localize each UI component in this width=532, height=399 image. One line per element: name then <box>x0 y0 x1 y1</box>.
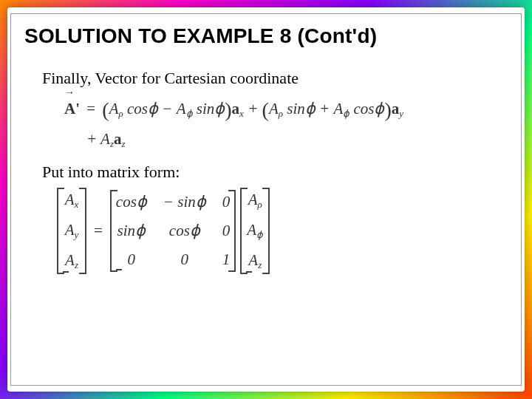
rotation-matrix: cosϕ − sinϕ 0 sinϕ cosϕ 0 0 0 1 <box>110 190 236 272</box>
sub-y: y <box>399 108 403 119</box>
lhs-Ax: A <box>65 191 75 208</box>
phi-2: ϕ <box>214 100 225 117</box>
m-01: − sinϕ <box>163 193 206 211</box>
term-Az: A <box>100 130 110 148</box>
rhs-Arho: A <box>248 191 258 208</box>
plus-2: + <box>319 100 330 117</box>
term-Aphi: A <box>177 100 186 117</box>
lhs-Ay: A <box>65 221 75 239</box>
phi-4: ϕ <box>374 100 384 117</box>
sub-x: x <box>239 108 244 119</box>
matrix-equation: Ax Ay Az = cosϕ − sinϕ 0 sinϕ cosϕ 0 0 0 <box>57 188 508 274</box>
sub-phi-1: ϕ <box>186 108 193 119</box>
plus-1: + <box>248 100 258 117</box>
lhs-sub-z: z <box>75 259 78 270</box>
phi-1: ϕ <box>148 100 158 117</box>
matrix-rhs: Aρ Aϕ Az <box>240 188 270 274</box>
term-Arho: A <box>109 100 119 117</box>
term-Arho2: A <box>269 100 279 117</box>
unit-az: a <box>114 130 122 148</box>
phi-3: ϕ <box>305 100 316 117</box>
rhs-sub-z: z <box>258 259 262 270</box>
m-12: 0 <box>222 222 231 240</box>
plus-3: + <box>86 130 97 148</box>
m-20: 0 <box>116 250 147 269</box>
term-Aphi2: A <box>333 100 343 117</box>
cos-2: cos <box>353 100 374 117</box>
matrix-intro-text: Put into matrix form: <box>42 163 508 182</box>
lhs-Az: A <box>65 251 75 269</box>
unit-ax: a <box>232 100 240 117</box>
sin-2: sin <box>287 100 305 117</box>
rhs-sub-rho: ρ <box>258 199 262 210</box>
intro-text: Finally, Vector for Cartesian coordinate <box>42 69 508 88</box>
matrix-lhs: Ax Ay Az <box>57 188 86 274</box>
m-21: 0 <box>163 250 206 269</box>
lhs-A: A' <box>64 100 80 117</box>
sin-1: sin <box>197 100 215 117</box>
lhs-sub-y: y <box>75 229 79 240</box>
rhs-Az: A <box>248 251 258 269</box>
vector-formula: A' = (Aρ cosϕ − Aϕ sinϕ)ax + (Aρ sinϕ + … <box>64 94 508 152</box>
equals-1: = <box>86 100 95 117</box>
rhs-Aphi: A <box>247 221 256 239</box>
m-00: cosϕ <box>116 193 147 211</box>
m-11: cosϕ <box>163 222 206 240</box>
sub-z-2: z <box>121 138 125 149</box>
matrix-equals: = <box>94 222 103 240</box>
sub-phi-2: ϕ <box>343 108 349 119</box>
minus-1: − <box>162 100 172 117</box>
sub-rho-1: ρ <box>119 108 123 119</box>
unit-ay: a <box>392 100 400 117</box>
slide: SOLUTION TO EXAMPLE 8 (Cont'd) Finally, … <box>7 7 525 392</box>
sub-rho-2: ρ <box>279 108 283 119</box>
m-22: 1 <box>222 250 231 269</box>
rhs-sub-phi: ϕ <box>256 229 263 240</box>
m-02: 0 <box>222 193 231 211</box>
cos-1: cos <box>127 100 148 117</box>
m-10: sinϕ <box>116 222 147 240</box>
lhs-sub-x: x <box>75 199 79 210</box>
slide-title: SOLUTION TO EXAMPLE 8 (Cont'd) <box>24 24 508 48</box>
slide-inner: SOLUTION TO EXAMPLE 8 (Cont'd) Finally, … <box>10 13 522 386</box>
